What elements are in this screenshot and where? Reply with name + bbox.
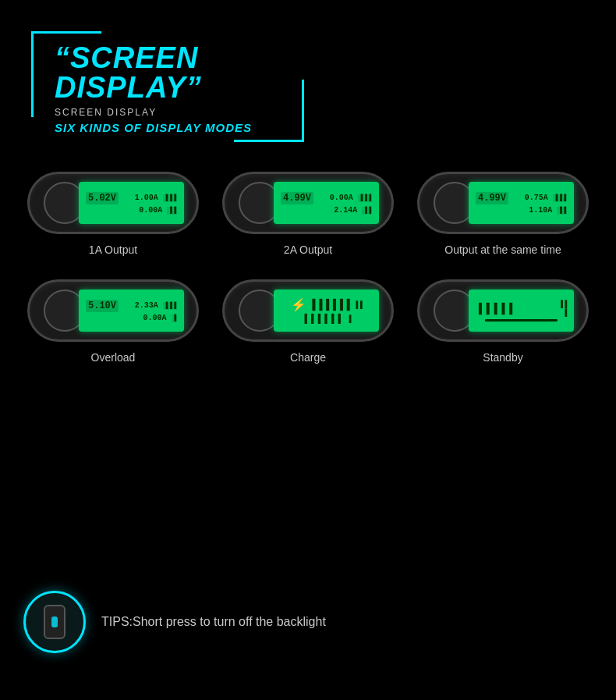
lcd-1a: 5.02V 1.00A ▐▐▐ 0.00A ▐▐ bbox=[27, 172, 199, 234]
volt-overload: 5.10V bbox=[86, 300, 119, 312]
amp2-1a: 0.00A ▐▐ bbox=[139, 206, 177, 215]
volt-1a: 5.02V bbox=[86, 192, 119, 204]
tips-button bbox=[44, 605, 65, 639]
label-both: Output at the same time bbox=[444, 243, 561, 256]
standby-batt-group: ▐▐▐▐▐ bbox=[476, 303, 514, 314]
standby-top: ▐▐▐▐▐ ▐▐ ▐ bbox=[476, 300, 567, 317]
plug-icon: ⚡ bbox=[291, 297, 306, 312]
label-2a: 2A Output bbox=[284, 243, 332, 256]
amp2-both: 1.10A ▐▐ bbox=[529, 206, 567, 215]
lcd-screen-2a: 4.99V 0.00A ▐▐▐ 2.14A ▐▐ bbox=[274, 182, 379, 224]
mode-1a-output: 5.02V 1.00A ▐▐▐ 0.00A ▐▐ 1A Output bbox=[23, 172, 203, 256]
charge-bottom-row: ▐▐▐▐▐▐ ▐ bbox=[302, 314, 351, 324]
label-1a: 1A Output bbox=[89, 243, 137, 256]
lcd-charge: ⚡ ▐▐▐▐▐▐ ▐▐ ▐▐▐▐▐▐ ▐ bbox=[222, 279, 394, 342]
header-section: “SCREEN DISPLAY” SCREEN DISPLAY SIX KIND… bbox=[31, 31, 296, 134]
volt-both: 4.99V bbox=[476, 192, 508, 204]
lcd-screen-overload: 5.10V 2.33A ▐▐▐ 0.00A ▐ bbox=[79, 290, 184, 332]
charge-ind1: ▐▐ bbox=[354, 301, 363, 309]
label-overload: Overload bbox=[91, 351, 136, 364]
standby-ind2: ▐ bbox=[563, 309, 567, 317]
volt-2a: 4.99V bbox=[281, 192, 313, 204]
amp2-overload: 0.00A ▐ bbox=[143, 314, 177, 322]
lcd-2a: 4.99V 0.00A ▐▐▐ 2.14A ▐▐ bbox=[222, 172, 394, 234]
tips-button-mark bbox=[51, 616, 58, 627]
mode-overload: 5.10V 2.33A ▐▐▐ 0.00A ▐ Overload bbox=[23, 279, 203, 364]
amp1-1a: 1.00A ▐▐▐ bbox=[135, 194, 177, 202]
label-charge: Charge bbox=[290, 351, 326, 364]
amp1-overload: 2.33A ▐▐▐ bbox=[135, 301, 177, 310]
modes-grid: 5.02V 1.00A ▐▐▐ 0.00A ▐▐ 1A Output bbox=[23, 172, 593, 364]
amp1-both: 0.75A ▐▐▐ bbox=[525, 194, 567, 202]
amp1-2a: 0.00A ▐▐▐ bbox=[330, 194, 372, 202]
standby-line bbox=[485, 319, 558, 322]
lcd-screen-both: 4.99V 0.75A ▐▐▐ 1.10A ▐▐ bbox=[469, 182, 574, 224]
standby-ind1: ▐▐ bbox=[558, 300, 567, 308]
lcd-screen-standby: ▐▐▐▐▐ ▐▐ ▐ bbox=[469, 290, 574, 332]
amp2-2a: 2.14A ▐▐ bbox=[334, 206, 372, 215]
mode-2a-output: 4.99V 0.00A ▐▐▐ 2.14A ▐▐ 2A Output bbox=[218, 172, 398, 256]
charge-bottom-bars: ▐▐▐▐▐▐ bbox=[302, 314, 342, 324]
lcd-overload: 5.10V 2.33A ▐▐▐ 0.00A ▐ bbox=[27, 279, 199, 342]
label-standby: Standby bbox=[483, 351, 522, 364]
tips-section: TIPS:Short press to turn off the backlig… bbox=[23, 591, 326, 653]
bracket-top-left bbox=[31, 31, 101, 117]
charge-ind2: ▐ bbox=[347, 315, 351, 323]
mode-both-output: 4.99V 0.75A ▐▐▐ 1.10A ▐▐ Output at the s… bbox=[413, 172, 593, 256]
tips-button-circle bbox=[23, 591, 86, 653]
mode-standby: ▐▐▐▐▐ ▐▐ ▐ Standby bbox=[413, 279, 593, 364]
lcd-screen-1a: 5.02V 1.00A ▐▐▐ 0.00A ▐▐ bbox=[79, 182, 184, 224]
mode-charge: ⚡ ▐▐▐▐▐▐ ▐▐ ▐▐▐▐▐▐ ▐ Charge bbox=[218, 279, 398, 364]
lcd-both: 4.99V 0.75A ▐▐▐ 1.10A ▐▐ bbox=[417, 172, 589, 234]
charge-bars: ▐▐▐▐▐▐ bbox=[310, 299, 351, 311]
standby-bars: ▐▐▐▐▐ bbox=[476, 303, 514, 314]
lcd-screen-charge: ⚡ ▐▐▐▐▐▐ ▐▐ ▐▐▐▐▐▐ ▐ bbox=[274, 290, 379, 332]
charge-icon-row: ⚡ ▐▐▐▐▐▐ ▐▐ bbox=[291, 297, 363, 312]
tips-text: TIPS:Short press to turn off the backlig… bbox=[101, 615, 326, 629]
lcd-standby: ▐▐▐▐▐ ▐▐ ▐ bbox=[417, 279, 589, 342]
bracket-bottom-right bbox=[234, 80, 304, 142]
